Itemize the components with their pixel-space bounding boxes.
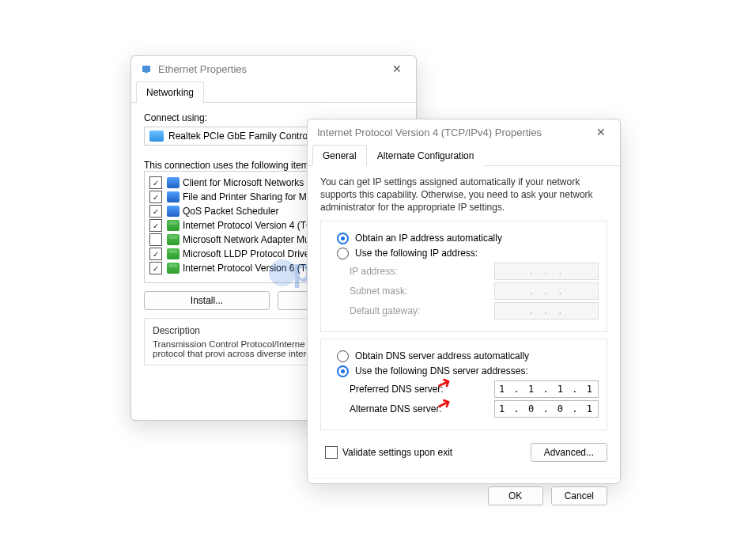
- list-item-label: Client for Microsoft Networks: [183, 177, 304, 188]
- dns-group: Obtain DNS server address automatically …: [320, 339, 607, 430]
- row-ip-address: IP address: . . .: [350, 263, 599, 280]
- ethernet-title: Ethernet Properties: [158, 63, 387, 75]
- checkbox-icon[interactable]: [149, 176, 162, 189]
- nic-name: Realtek PCIe GbE Family Controlle: [168, 131, 317, 142]
- row-preferred-dns: Preferred DNS server: 1 . 1 . 1 . 1: [350, 380, 599, 398]
- protocol-icon: [167, 248, 180, 259]
- list-item-label: Internet Protocol Version 4 (TCI: [183, 220, 316, 231]
- tab-alternate-configuration[interactable]: Alternate Configuration: [367, 145, 485, 166]
- ip-address-group: Obtain an IP address automatically Use t…: [320, 221, 607, 332]
- alternate-dns-input[interactable]: 1 . 0 . 0 . 1: [494, 400, 599, 418]
- nic-icon: [149, 131, 164, 142]
- radio-selected-icon: [337, 365, 349, 377]
- preferred-dns-input[interactable]: 1 . 1 . 1 . 1: [494, 380, 599, 398]
- radio-obtain-ip-auto[interactable]: Obtain an IP address automatically: [329, 233, 599, 244]
- checkbox-icon[interactable]: [149, 205, 162, 218]
- protocol-icon: [167, 220, 180, 231]
- install-button[interactable]: Install...: [144, 291, 270, 310]
- checkbox-icon[interactable]: [149, 219, 162, 232]
- radio-obtain-dns-auto[interactable]: Obtain DNS server address automatically: [329, 350, 599, 362]
- ipv4-properties-window: Internet Protocol Version 4 (TCP/IPv4) P…: [307, 119, 621, 484]
- checkbox-icon[interactable]: [149, 191, 162, 203]
- tab-general[interactable]: General: [312, 145, 367, 166]
- network-client-icon: [167, 206, 180, 217]
- ipv4-panel: You can get IP settings assigned automat…: [308, 166, 620, 471]
- list-item-label: Internet Protocol Version 6 (TCI: [183, 263, 316, 274]
- radio-selected-icon: [337, 233, 349, 244]
- ipv4-titlebar: Internet Protocol Version 4 (TCP/IPv4) P…: [308, 119, 620, 145]
- subnet-mask-input: . . .: [494, 282, 599, 300]
- list-item-label: File and Printer Sharing for Micr: [183, 191, 316, 202]
- row-alternate-dns: Alternate DNS server: 1 . 0 . 0 . 1: [350, 400, 599, 418]
- ethernet-titlebar: Ethernet Properties ✕: [131, 56, 416, 81]
- row-default-gateway: Default gateway: . . .: [350, 302, 599, 320]
- checkbox-icon: [325, 446, 338, 459]
- cancel-button[interactable]: Cancel: [551, 486, 607, 505]
- list-item-label: Microsoft Network Adapter Mult: [183, 234, 315, 245]
- checkbox-icon[interactable]: [149, 233, 162, 246]
- svg-rect-1: [145, 70, 148, 73]
- protocol-icon: [167, 263, 180, 274]
- ipv4-intro: You can get IP settings assigned automat…: [320, 176, 607, 214]
- advanced-button[interactable]: Advanced...: [531, 443, 607, 462]
- ethernet-close-icon[interactable]: ✕: [387, 62, 406, 75]
- ipv4-tabstrip: General Alternate Configuration: [308, 145, 620, 166]
- ipv4-title: Internet Protocol Version 4 (TCP/IPv4) P…: [317, 127, 592, 138]
- default-gateway-input: . . .: [494, 302, 599, 320]
- radio-icon: [337, 248, 349, 259]
- ok-button[interactable]: OK: [488, 486, 543, 505]
- radio-icon: [337, 350, 349, 362]
- checkbox-icon[interactable]: [149, 248, 162, 260]
- radio-use-following-dns[interactable]: Use the following DNS server addresses:: [329, 365, 599, 377]
- network-client-icon: [167, 177, 180, 188]
- ethernet-icon: [141, 63, 152, 74]
- tab-networking[interactable]: Networking: [136, 81, 204, 103]
- checkbox-icon[interactable]: [149, 262, 162, 274]
- ip-address-input: . . .: [494, 263, 599, 280]
- ethernet-tabstrip: Networking: [131, 81, 416, 103]
- ipv4-close-icon[interactable]: ✕: [592, 126, 610, 138]
- protocol-icon: [167, 234, 180, 245]
- list-item-label: QoS Packet Scheduler: [183, 206, 278, 217]
- row-subnet-mask: Subnet mask: . . .: [350, 282, 599, 300]
- radio-use-following-ip[interactable]: Use the following IP address:: [329, 248, 599, 259]
- validate-settings-checkbox[interactable]: Validate settings upon exit: [325, 446, 531, 459]
- network-client-icon: [167, 191, 180, 202]
- ipv4-footer: OK Cancel: [308, 478, 620, 513]
- list-item-label: Microsoft LLDP Protocol Driver: [183, 248, 313, 259]
